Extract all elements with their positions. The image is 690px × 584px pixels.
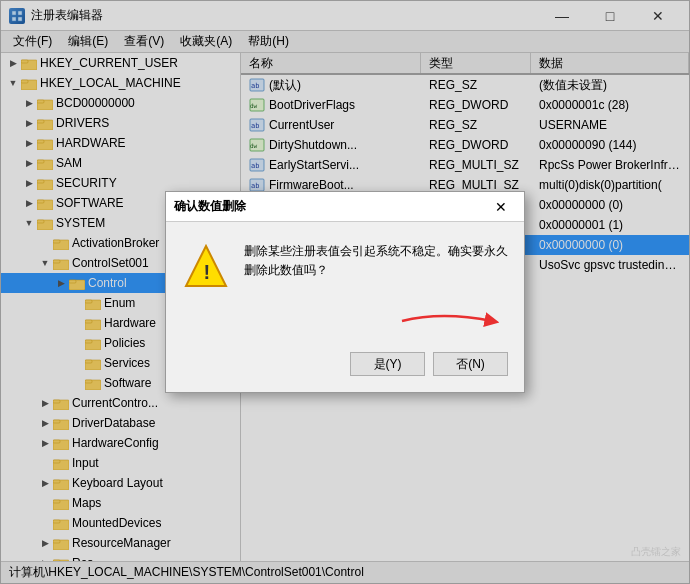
dialog-message: 删除某些注册表值会引起系统不稳定。确实要永久删除此数值吗？: [244, 242, 508, 280]
arrow-area: [166, 306, 524, 344]
warning-icon: !: [182, 242, 230, 290]
watermark: 凸壳镭之家: [631, 545, 681, 559]
yes-button[interactable]: 是(Y): [350, 352, 425, 376]
main-window: 注册表编辑器 — □ ✕ 文件(F) 编辑(E) 查看(V) 收藏夹(A) 帮助…: [0, 0, 690, 584]
dialog-title-bar: 确认数值删除 ✕: [166, 192, 524, 222]
dialog-overlay: 确认数值删除 ✕ ! 删除某些注册表值会引起系统不稳定。确实要永久删除此数值吗？: [1, 1, 689, 583]
no-button[interactable]: 否(N): [433, 352, 508, 376]
arrow-icon: [392, 306, 512, 336]
confirm-delete-dialog: 确认数值删除 ✕ ! 删除某些注册表值会引起系统不稳定。确实要永久删除此数值吗？: [165, 191, 525, 393]
dialog-body: ! 删除某些注册表值会引起系统不稳定。确实要永久删除此数值吗？: [166, 222, 524, 306]
dialog-title: 确认数值删除: [174, 198, 486, 215]
svg-text:!: !: [204, 261, 211, 283]
dialog-buttons: 是(Y) 否(N): [166, 344, 524, 392]
dialog-close-button[interactable]: ✕: [486, 193, 516, 221]
